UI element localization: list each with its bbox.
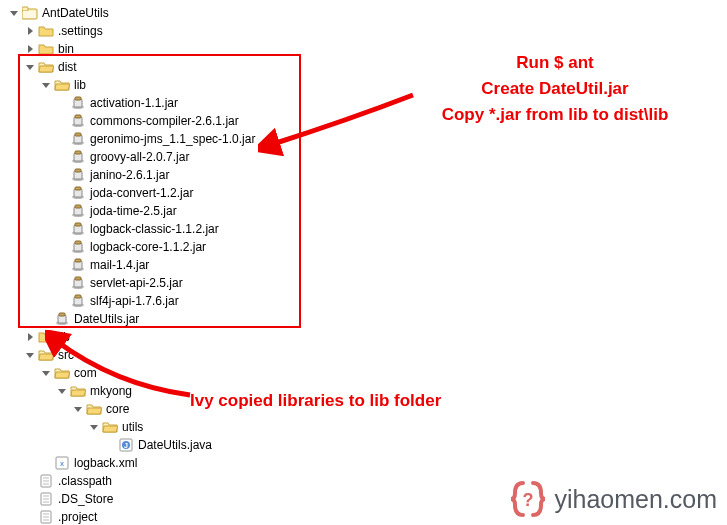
chevron-right-icon[interactable] [24,331,36,343]
tree-label: mail-1.4.jar [90,256,149,274]
tree-label: bin [58,40,74,58]
tree-label: .classpath [58,472,112,490]
annotation-text-block: Run $ ant Create DateUtil.jar Copy *.jar… [400,50,710,128]
file-icon [38,473,54,489]
tree-item-jar[interactable]: ·mail-1.4.jar [8,256,719,274]
tree-item-jar[interactable]: ·groovy-all-2.0.7.jar [8,148,719,166]
svg-rect-29 [75,241,81,244]
tree-label: dist [58,58,77,76]
tree-item-dateutils-jar[interactable]: · DateUtils.jar [8,310,719,328]
svg-rect-2 [23,11,36,18]
tree-item-jar[interactable]: ·geronimo-jms_1.1_spec-1.0.jar [8,130,719,148]
jar-icon [70,131,86,147]
project-folder-icon [22,5,38,21]
folder-open-icon [102,419,118,435]
chevron-down-icon[interactable] [88,421,100,433]
folder-open-icon [54,365,70,381]
tree-label: janino-2.6.1.jar [90,166,169,184]
svg-text:X: X [60,461,64,467]
tree-item-jar[interactable]: ·slf4j-api-1.7.6.jar [8,292,719,310]
chevron-down-icon[interactable] [24,61,36,73]
watermark: ? yihaomen.com [508,479,717,519]
tree-item-jar[interactable]: ·servlet-api-2.5.jar [8,274,719,292]
folder-open-icon [86,401,102,417]
tree-item-logback-xml[interactable]: · X logback.xml [8,454,719,472]
jar-icon [70,221,86,237]
svg-text:?: ? [523,490,534,510]
tree-item-utils[interactable]: utils [8,418,719,436]
svg-rect-32 [75,259,81,262]
chevron-down-icon[interactable] [40,79,52,91]
svg-rect-1 [22,7,28,11]
tree-label: logback.xml [74,454,137,472]
file-icon [38,509,54,525]
jar-icon [54,311,70,327]
chevron-down-icon[interactable] [24,349,36,361]
jar-icon [70,257,86,273]
tree-label: .DS_Store [58,490,113,508]
tree-item-com[interactable]: com [8,364,719,382]
tree-item-jar[interactable]: ·janino-2.6.1.jar [8,166,719,184]
tree-label: utils [122,418,143,436]
tree-item-dateutils-java[interactable]: · J DateUtils.java [8,436,719,454]
chevron-down-icon[interactable] [8,7,20,19]
svg-rect-26 [75,223,81,226]
svg-rect-8 [75,115,81,118]
watermark-text: yihaomen.com [554,485,717,514]
tree-label: DateUtils.java [138,436,212,454]
folder-closed-icon [38,41,54,57]
tree-item-jar[interactable]: ·joda-time-2.5.jar [8,202,719,220]
tree-label: slf4j-api-1.7.6.jar [90,292,179,310]
jar-icon [70,293,86,309]
annotation-line: Run $ ant [400,50,710,76]
tree-label: geronimo-jms_1.1_spec-1.0.jar [90,130,255,148]
annotation-line: Create DateUtil.jar [400,76,710,102]
tree-label: com [74,364,97,382]
jar-icon [70,185,86,201]
tree-label: joda-convert-1.2.jar [90,184,193,202]
tree-item-root[interactable]: AntDateUtils [8,4,719,22]
svg-rect-5 [75,97,81,100]
tree-label: lib [74,76,86,94]
tree-label: commons-compiler-2.6.1.jar [90,112,239,130]
tree-label: AntDateUtils [42,4,109,22]
svg-rect-38 [75,295,81,298]
tree-label: servlet-api-2.5.jar [90,274,183,292]
jar-icon [70,167,86,183]
folder-closed-icon [38,329,54,345]
annotation-text-lib: Ivy copied libraries to lib folder [190,388,441,414]
tree-item-src[interactable]: src [8,346,719,364]
chevron-right-icon[interactable] [24,25,36,37]
xml-file-icon: X [54,455,70,471]
chevron-down-icon[interactable] [56,385,68,397]
svg-rect-14 [75,151,81,154]
chevron-down-icon[interactable] [72,403,84,415]
chevron-down-icon[interactable] [40,367,52,379]
java-file-icon: J [118,437,134,453]
tree-item-jar[interactable]: ·logback-core-1.1.2.jar [8,238,719,256]
watermark-logo-icon: ? [508,479,548,519]
jar-icon [70,275,86,291]
jar-icon [70,149,86,165]
tree-label: logback-core-1.1.2.jar [90,238,206,256]
jar-icon [70,113,86,129]
svg-rect-11 [75,133,81,136]
annotation-line: Copy *.jar from lib to dist\lib [400,102,710,128]
tree-item-settings[interactable]: .settings [8,22,719,40]
tree-label: .project [58,508,97,525]
jar-icon [70,239,86,255]
tree-label: logback-classic-1.1.2.jar [90,220,219,238]
folder-open-icon [70,383,86,399]
chevron-right-icon[interactable] [24,43,36,55]
folder-open-icon [54,77,70,93]
svg-rect-17 [75,169,81,172]
svg-rect-20 [75,187,81,190]
tree-item-lib[interactable]: lib [8,328,719,346]
jar-icon [70,95,86,111]
svg-rect-23 [75,205,81,208]
jar-icon [70,203,86,219]
tree-label: mkyong [90,382,132,400]
tree-item-jar[interactable]: ·joda-convert-1.2.jar [8,184,719,202]
tree-item-jar[interactable]: ·logback-classic-1.1.2.jar [8,220,719,238]
svg-rect-41 [59,313,65,316]
